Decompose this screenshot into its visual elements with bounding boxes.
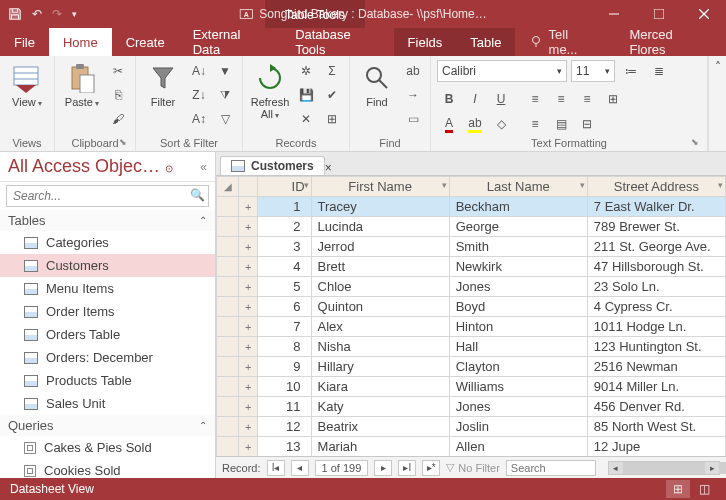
- cell-first-name[interactable]: Lucinda: [311, 217, 449, 237]
- bullets-button[interactable]: ≔: [619, 60, 643, 82]
- row-selector[interactable]: [217, 297, 239, 317]
- design-view-button[interactable]: ◫: [692, 480, 716, 498]
- remove-sort-button[interactable]: A↕: [188, 108, 210, 130]
- row-selector[interactable]: [217, 197, 239, 217]
- datasheet-view-button[interactable]: ⊞: [666, 480, 690, 498]
- record-search-input[interactable]: [506, 460, 596, 476]
- cell-last-name[interactable]: Smith: [449, 237, 587, 257]
- expand-row-icon[interactable]: +: [239, 197, 258, 217]
- replace-button[interactable]: ab: [402, 60, 424, 82]
- select-button[interactable]: ▭: [402, 108, 424, 130]
- totals-button[interactable]: Σ: [321, 60, 343, 82]
- record-position[interactable]: 1 of 199: [315, 460, 369, 476]
- cell-street[interactable]: 9014 Miller Ln.: [587, 377, 725, 397]
- table-row[interactable]: + 13 Mariah Allen 12 Jupe: [217, 437, 726, 457]
- nav-item-table[interactable]: Orders Table: [0, 323, 215, 346]
- cell-id[interactable]: 11: [258, 397, 311, 417]
- nav-collapse-icon[interactable]: «: [200, 160, 207, 174]
- delete-record-button[interactable]: ✕: [295, 108, 317, 130]
- table-row[interactable]: + 2 Lucinda George 789 Brewer St.: [217, 217, 726, 237]
- row-selector[interactable]: [217, 337, 239, 357]
- view-button[interactable]: View: [6, 60, 48, 111]
- align-left-button[interactable]: ≡: [523, 88, 547, 110]
- cell-first-name[interactable]: Quinton: [311, 297, 449, 317]
- close-doc-icon[interactable]: ×: [325, 161, 332, 175]
- cell-first-name[interactable]: Tracey: [311, 197, 449, 217]
- expand-row-icon[interactable]: +: [239, 357, 258, 377]
- cell-last-name[interactable]: Joslin: [449, 417, 587, 437]
- sort-asc-button[interactable]: A↓: [188, 60, 210, 82]
- minimize-button[interactable]: [591, 0, 636, 28]
- qat-customize-icon[interactable]: ▾: [72, 9, 77, 19]
- scroll-left-icon[interactable]: ◂: [609, 462, 623, 474]
- cell-street[interactable]: 12 Jupe: [587, 437, 725, 457]
- row-selector[interactable]: [217, 357, 239, 377]
- expand-row-icon[interactable]: +: [239, 337, 258, 357]
- table-row[interactable]: + 11 Katy Jones 456 Denver Rd.: [217, 397, 726, 417]
- copy-button[interactable]: ⎘: [107, 84, 129, 106]
- cell-id[interactable]: 2: [258, 217, 311, 237]
- cell-street[interactable]: 4 Cypress Cr.: [587, 297, 725, 317]
- cell-last-name[interactable]: Jones: [449, 397, 587, 417]
- cell-street[interactable]: 2516 Newman: [587, 357, 725, 377]
- cell-street[interactable]: 123 Huntington St.: [587, 337, 725, 357]
- cell-first-name[interactable]: Alex: [311, 317, 449, 337]
- row-selector[interactable]: [217, 217, 239, 237]
- highlight-button[interactable]: ab: [463, 113, 487, 135]
- last-record-button[interactable]: ▸I: [398, 460, 416, 476]
- save-record-button[interactable]: 💾: [295, 84, 317, 106]
- doc-tab-customers[interactable]: Customers: [220, 156, 325, 175]
- align-button[interactable]: ≡: [523, 113, 547, 135]
- font-color-button[interactable]: A: [437, 113, 461, 135]
- format-painter-button[interactable]: 🖌: [107, 108, 129, 130]
- cell-street[interactable]: 456 Denver Rd.: [587, 397, 725, 417]
- gridline-color-button[interactable]: ⊟: [575, 113, 599, 135]
- cell-last-name[interactable]: George: [449, 217, 587, 237]
- table-row[interactable]: + 6 Quinton Boyd 4 Cypress Cr.: [217, 297, 726, 317]
- table-row[interactable]: + 3 Jerrod Smith 211 St. George Ave.: [217, 237, 726, 257]
- find-button[interactable]: Find: [356, 60, 398, 110]
- underline-button[interactable]: U: [489, 88, 513, 110]
- nav-item-table[interactable]: Products Table: [0, 369, 215, 392]
- expand-row-icon[interactable]: +: [239, 397, 258, 417]
- row-selector[interactable]: [217, 437, 239, 457]
- numbering-button[interactable]: ≣: [647, 60, 671, 82]
- textfmt-launcher-icon[interactable]: ⬊: [691, 137, 699, 147]
- gridlines-button[interactable]: ⊞: [601, 88, 625, 110]
- user-name[interactable]: Merced Flores: [611, 28, 726, 56]
- column-dropdown-icon[interactable]: ▾: [442, 180, 447, 190]
- cell-id[interactable]: 3: [258, 237, 311, 257]
- cell-first-name[interactable]: Mariah: [311, 437, 449, 457]
- cell-first-name[interactable]: Jerrod: [311, 237, 449, 257]
- cell-last-name[interactable]: Clayton: [449, 357, 587, 377]
- tab-fields[interactable]: Fields: [394, 28, 457, 56]
- cell-last-name[interactable]: Williams: [449, 377, 587, 397]
- nav-item-table[interactable]: Orders: December: [0, 346, 215, 369]
- cell-street[interactable]: 47 Hillsborough St.: [587, 257, 725, 277]
- scroll-right-icon[interactable]: ▸: [705, 462, 719, 474]
- cell-street[interactable]: 211 St. George Ave.: [587, 237, 725, 257]
- cell-id[interactable]: 13: [258, 437, 311, 457]
- column-header[interactable]: ID▾: [258, 177, 311, 197]
- expand-row-icon[interactable]: +: [239, 377, 258, 397]
- cut-button[interactable]: ✂: [107, 60, 129, 82]
- table-row[interactable]: + 8 Nisha Hall 123 Huntington St.: [217, 337, 726, 357]
- filter-button[interactable]: Filter: [142, 60, 184, 110]
- align-center-button[interactable]: ≡: [549, 88, 573, 110]
- cell-street[interactable]: 7 East Walker Dr.: [587, 197, 725, 217]
- select-all-cell[interactable]: ◢: [217, 177, 239, 197]
- toggle-filter-button[interactable]: ▽: [214, 108, 236, 130]
- column-header[interactable]: Last Name▾: [449, 177, 587, 197]
- table-row[interactable]: + 9 Hillary Clayton 2516 Newman: [217, 357, 726, 377]
- nav-item-table[interactable]: Order Items: [0, 300, 215, 323]
- tab-database-tools[interactable]: Database Tools: [281, 28, 393, 56]
- expand-row-icon[interactable]: +: [239, 237, 258, 257]
- italic-button[interactable]: I: [463, 88, 487, 110]
- undo-icon[interactable]: ↶: [32, 7, 42, 21]
- cell-last-name[interactable]: Jones: [449, 277, 587, 297]
- nav-item-table[interactable]: Sales Unit: [0, 392, 215, 415]
- tab-external-data[interactable]: External Data: [179, 28, 281, 56]
- cell-last-name[interactable]: Beckham: [449, 197, 587, 217]
- cell-id[interactable]: 9: [258, 357, 311, 377]
- cell-street[interactable]: 1011 Hodge Ln.: [587, 317, 725, 337]
